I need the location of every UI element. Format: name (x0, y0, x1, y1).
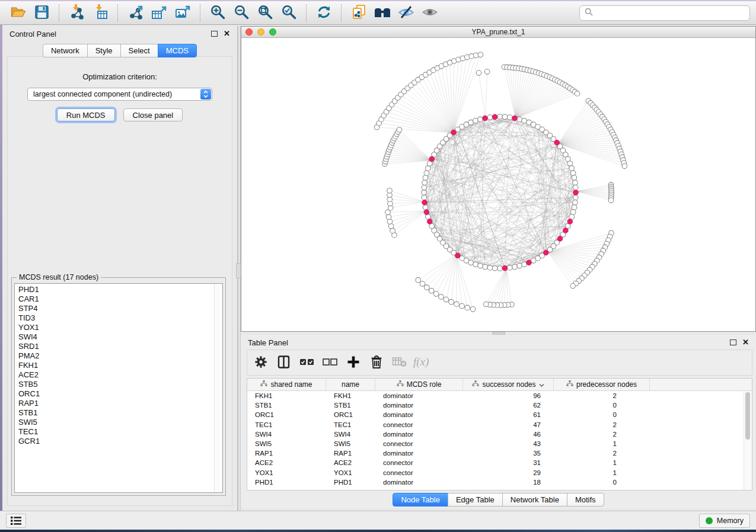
table-cell[interactable]: dominator (375, 431, 463, 438)
mcds-result-list[interactable]: PHD1CAR1STP4TID3YOX1SWI4SRD1PMA2FKH1ACE2… (14, 283, 223, 493)
table-cell[interactable]: connector (375, 459, 463, 466)
mcds-result-item[interactable]: ACE2 (18, 370, 222, 380)
deselect-all-rows-button[interactable] (321, 352, 339, 373)
add-column-button[interactable] (344, 352, 362, 373)
memory-button[interactable]: Memory (699, 514, 750, 528)
mcds-result-item[interactable]: ORC1 (18, 389, 222, 399)
tab-network[interactable]: Network (43, 44, 88, 57)
hide-selected-button[interactable] (394, 3, 418, 23)
float-table-panel-icon[interactable] (730, 339, 736, 345)
table-cell[interactable]: dominator (375, 392, 463, 399)
settings-gear-button[interactable] (252, 352, 270, 373)
fit-content-button[interactable] (253, 3, 277, 23)
table-row[interactable]: TEC1TEC1connector472 (247, 420, 752, 430)
table-cell[interactable]: 61 (463, 411, 554, 418)
column-header-predecessor-nodes[interactable]: predecessor nodes (554, 379, 650, 390)
table-scrollbar[interactable] (744, 391, 752, 490)
table-cell[interactable]: 29 (463, 469, 554, 476)
zoom-out-button[interactable] (229, 3, 253, 23)
mcds-result-item[interactable]: TEC1 (18, 427, 222, 437)
table-cell[interactable]: SWI4 (247, 431, 326, 438)
table-cell[interactable]: connector (375, 421, 463, 428)
table-cell[interactable]: SWI5 (247, 440, 326, 447)
mcds-result-item[interactable]: PMA2 (18, 351, 222, 361)
table-cell[interactable]: connector (375, 469, 463, 476)
mcds-result-item[interactable]: YOX1 (18, 323, 222, 332)
table-cell[interactable]: FKH1 (326, 392, 375, 399)
table-cell[interactable]: SWI5 (326, 440, 375, 447)
show-all-button[interactable] (418, 3, 442, 23)
table-cell[interactable]: 1 (554, 469, 650, 476)
import-network-button[interactable] (65, 3, 88, 23)
mcds-result-item[interactable]: STP4 (18, 304, 222, 313)
table-cell[interactable]: connector (375, 440, 463, 447)
table-cell[interactable]: dominator (375, 450, 463, 457)
save-session-button[interactable] (30, 3, 53, 23)
export-network-button[interactable] (123, 3, 147, 23)
mcds-result-item[interactable]: PHD1 (18, 285, 222, 294)
close-table-panel-icon[interactable]: ✕ (742, 339, 749, 345)
table-cell[interactable]: 96 (463, 392, 554, 399)
table-cell[interactable]: TEC1 (326, 421, 375, 428)
zoom-selected-button[interactable] (277, 3, 301, 23)
table-cell[interactable]: 1 (554, 440, 650, 447)
automation-panel-button[interactable] (6, 514, 26, 528)
column-header-MCDS-role[interactable]: MCDS role (375, 379, 463, 390)
refresh-view-button[interactable] (312, 3, 336, 23)
table-cell[interactable]: STB1 (326, 402, 375, 409)
select-all-rows-button[interactable] (298, 352, 316, 373)
mcds-result-item[interactable]: STB5 (18, 380, 222, 389)
table-row[interactable]: PHD1PHD1dominator180 (247, 477, 752, 487)
tab-node-table[interactable]: Node Table (393, 493, 448, 507)
tab-style[interactable]: Style (87, 44, 121, 57)
float-panel-icon[interactable] (211, 31, 218, 37)
table-row[interactable]: FKH1FKH1dominator962 (247, 391, 752, 400)
close-panel-icon[interactable]: ✕ (224, 31, 230, 37)
tab-select[interactable]: Select (120, 44, 158, 57)
table-cell[interactable]: TEC1 (247, 421, 326, 428)
search-input[interactable] (596, 8, 745, 18)
table-cell[interactable]: 2 (554, 392, 650, 399)
column-visibility-button[interactable] (275, 352, 293, 373)
mcds-result-item[interactable]: SWI4 (18, 332, 222, 342)
table-cell[interactable]: PHD1 (247, 479, 326, 486)
mcds-result-scrollbar[interactable] (214, 284, 222, 492)
mcds-result-item[interactable]: FKH1 (18, 361, 222, 370)
table-cell[interactable]: YOX1 (247, 469, 326, 476)
table-cell[interactable]: ACE2 (326, 459, 375, 466)
mcds-result-item[interactable]: SWI5 (18, 418, 222, 427)
tab-edge-table[interactable]: Edge Table (448, 493, 503, 507)
run-mcds-button[interactable]: Run MCDS (57, 108, 115, 121)
column-header-name[interactable]: name (326, 379, 375, 390)
network-canvas[interactable] (241, 37, 755, 331)
tab-mcds[interactable]: MCDS (158, 44, 197, 57)
table-cell[interactable]: 62 (463, 402, 554, 409)
table-cell[interactable]: 1 (554, 459, 650, 466)
table-row[interactable]: ACE2ACE2connector311 (247, 458, 752, 467)
table-cell[interactable]: YOX1 (326, 469, 375, 476)
table-row[interactable]: YOX1YOX1connector291 (247, 468, 752, 477)
tab-network-table[interactable]: Network Table (502, 493, 567, 507)
zoom-in-button[interactable] (206, 3, 229, 23)
table-cell[interactable]: 31 (463, 459, 554, 466)
table-cell[interactable]: 0 (554, 411, 650, 418)
table-cell[interactable]: dominator (375, 411, 463, 418)
first-neighbors-button[interactable] (371, 3, 394, 23)
table-cell[interactable]: RAP1 (247, 450, 326, 457)
table-cell[interactable]: ORC1 (247, 411, 326, 418)
mcds-result-item[interactable]: CAR1 (18, 294, 222, 304)
table-cell[interactable]: 0 (554, 479, 650, 486)
table-cell[interactable]: STB1 (247, 402, 326, 409)
table-cell[interactable]: 46 (463, 431, 554, 438)
search-box[interactable] (579, 5, 750, 21)
table-row[interactable]: ORC1ORC1dominator610 (247, 410, 752, 419)
column-header-shared-name[interactable]: shared name (247, 379, 326, 390)
table-cell[interactable]: RAP1 (326, 450, 375, 457)
open-file-button[interactable] (6, 3, 30, 23)
table-cell[interactable]: 0 (554, 402, 650, 409)
table-cell[interactable]: 47 (463, 421, 554, 428)
table-row[interactable]: RAP1RAP1dominator352 (247, 448, 752, 458)
table-cell[interactable]: 18 (463, 479, 554, 486)
table-cell[interactable]: ORC1 (326, 411, 375, 418)
mcds-result-item[interactable]: TID3 (18, 313, 222, 323)
